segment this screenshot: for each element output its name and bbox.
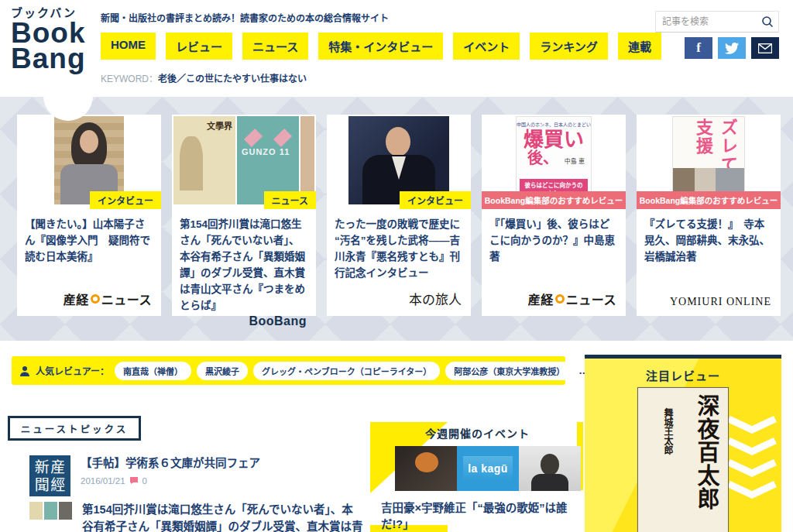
mail-icon: [758, 43, 772, 53]
site-logo[interactable]: ブックバン Book Bang: [11, 8, 86, 71]
source-logo-yomiuri: YOMIURI ONLINE: [637, 285, 781, 316]
keyword-label: KEYWORD：: [101, 74, 158, 84]
book-thumbnails: [29, 502, 72, 532]
featured-book-cover[interactable]: 深夜百太郎 舞城王太郎 MASAFUMI SANAI: [637, 387, 729, 532]
social-row: f: [685, 37, 779, 59]
category-badge: インタビュー: [400, 191, 471, 209]
book-author: 舞城王太郎: [661, 408, 675, 455]
nav-feature-interview[interactable]: 特集・インタビュー: [318, 33, 443, 60]
source-logo-tabibito: 本の旅人: [327, 285, 471, 316]
category-badge: BookBang編集部のおすすめレビュー: [637, 191, 781, 209]
keyword-links[interactable]: 老後／この世にたやすい仕事はない: [158, 74, 307, 84]
article-image: インタビュー: [327, 115, 471, 206]
popular-reviewers-bar: 人気レビュアー： 南直哉（禅僧） 黒沢綾子 グレッグ・ペンブローク（コピーライタ…: [12, 356, 565, 385]
nav-event[interactable]: イベント: [453, 33, 520, 60]
reviewer-pill[interactable]: 黒沢綾子: [197, 362, 248, 380]
twitter-button[interactable]: [718, 37, 746, 59]
nav-review[interactable]: レビュー: [166, 33, 232, 60]
article-title[interactable]: 『ズレてる支援！』 寺本晃久、岡部耕典、末永弘、岩橋誠治著: [637, 206, 781, 285]
news-meta: 2016/01/21 0: [81, 476, 260, 486]
mail-button[interactable]: [751, 37, 779, 59]
person-icon: [19, 366, 30, 376]
category-badge: BookBang編集部のおすすめレビュー: [482, 191, 626, 209]
nav-serial[interactable]: 連載: [618, 33, 661, 60]
hero-section: インタビュー 【聞きたい。】山本陽子さん『図像学入門 疑問符で読む日本美術』 産…: [0, 97, 793, 341]
hero-card-3[interactable]: インタビュー たった一度の敗戦で歴史に“汚名”を残した武将――吉川永青『悪名残す…: [327, 115, 471, 316]
reviewer-pill[interactable]: 南直哉（禅僧）: [115, 362, 191, 380]
chevron-pattern-decoration: [727, 414, 777, 499]
sankei-shimbun-thumbnail: 新 産 聞 經: [29, 455, 70, 496]
main-nav: HOME レビュー ニュース 特集・インタビュー イベント ランキング 連載: [101, 33, 661, 60]
sankei-sun-icon: [555, 294, 565, 304]
source-logo-bookbang: BooBang: [172, 314, 316, 336]
nav-ranking[interactable]: ランキング: [530, 33, 608, 60]
article-image: ズレてる支援 BookBang編集部のおすすめレビュー: [637, 115, 781, 206]
facebook-icon: f: [696, 40, 701, 56]
hero-card-1[interactable]: インタビュー 【聞きたい。】山本陽子さん『図像学入門 疑問符で読む日本美術』 産…: [17, 115, 161, 316]
keyword-row: KEYWORD：老後／この世にたやすい仕事はない: [101, 71, 307, 84]
category-badge: ニュース: [264, 191, 316, 209]
article-title[interactable]: 『「爆買い」後、彼らはどこに向かうのか？』中島恵著: [482, 206, 626, 285]
article-image: インタビュー: [17, 115, 161, 206]
nav-news[interactable]: ニュース: [242, 33, 308, 60]
article-title[interactable]: 第154回芥川賞は滝口悠生さん「死んでいない者」、本谷有希子さん「異類婚姻譚」の…: [172, 206, 316, 314]
news-topics-heading: ニューストピックス: [8, 416, 141, 441]
search-box: [655, 11, 779, 33]
twitter-icon: [725, 43, 739, 54]
comment-icon: [129, 476, 139, 485]
news-item[interactable]: 第154回芥川賞は滝口悠生さん「死んでいない者」、本谷有希子さん「異類婚姻譚」の…: [29, 502, 364, 532]
news-title[interactable]: 【手帖】学術系６文庫が共同フェア: [81, 455, 260, 472]
source-logo-sankei: 産経ニュース: [17, 285, 161, 316]
comment-count: 0: [142, 476, 147, 486]
search-icon[interactable]: [761, 15, 774, 28]
event-photo-2: [519, 446, 581, 491]
facebook-button[interactable]: f: [685, 37, 712, 59]
reviewer-pill[interactable]: グレッグ・ペンブローク（コピーライター）: [253, 362, 440, 380]
hero-card-2[interactable]: 文學界 GUNZO 11 ニュース 第154回芥川賞は滝口悠生さん「死んでいない…: [172, 115, 316, 316]
article-image: 文學界 GUNZO 11 ニュース: [172, 115, 316, 206]
news-date: 2016/01/21: [81, 476, 125, 486]
reviewer-pill[interactable]: 阿部公彦（東京大学准教授）: [445, 362, 573, 380]
lakagu-logo: la kagū: [457, 446, 519, 491]
events-section: 今週開催のイベント la kagū 吉田豪×宇野維正「“最強の歌姫”は誰だ!?」…: [370, 416, 585, 532]
category-badge: インタビュー: [90, 191, 161, 209]
book-title: 深夜百太郎: [695, 394, 717, 510]
source-logo-sankei: 産経ニュース: [482, 285, 626, 316]
event-images[interactable]: la kagū: [395, 446, 585, 491]
search-input[interactable]: [662, 16, 761, 27]
event-photo-1: [395, 446, 457, 491]
logo-word-book: Book: [11, 20, 86, 46]
hero-card-4[interactable]: 中国人のホンネ、日本人のとまどい 爆買い 後、 中島 恵 彼らはどこに向かうのか…: [482, 115, 626, 316]
sankei-sun-icon: [91, 294, 100, 304]
events-heading: 今週開催のイベント: [370, 425, 585, 441]
news-item[interactable]: 新 産 聞 經 【手帖】学術系６文庫が共同フェア 2016/01/21 0: [29, 455, 362, 496]
hero-cards: インタビュー 【聞きたい。】山本陽子さん『図像学入門 疑問符で読む日本美術』 産…: [17, 115, 781, 316]
article-title[interactable]: たった一度の敗戦で歴史に“汚名”を残した武将――吉川永青『悪名残すとも』刊行記念…: [327, 206, 471, 285]
logo-word-bang: Bang: [11, 46, 86, 71]
featured-review-heading: 注目レビュー: [585, 367, 781, 383]
nav-home[interactable]: HOME: [101, 33, 156, 60]
site-tagline: 新聞・出版社の書評まとめ読み！読書家のための本の総合情報サイト: [101, 11, 389, 24]
article-image: 中国人のホンネ、日本人のとまどい 爆買い 後、 中島 恵 彼らはどこに向かうのか…: [482, 115, 626, 206]
article-title[interactable]: 【聞きたい。】山本陽子さん『図像学入門 疑問符で読む日本美術』: [17, 206, 161, 285]
featured-review-sidebar: 注目レビュー 深夜百太郎 舞城王太郎 MASAFUMI SANAI: [585, 355, 781, 532]
event-title-link[interactable]: 吉田豪×宇野維正「“最強の歌姫”は誰だ!?」: [381, 499, 585, 531]
news-title[interactable]: 第154回芥川賞は滝口悠生さん「死んでいない者」、本谷有希子さん「異類婚姻譚」の…: [82, 502, 364, 532]
hero-card-5[interactable]: ズレてる支援 BookBang編集部のおすすめレビュー 『ズレてる支援！』 寺本…: [637, 115, 781, 316]
site-header: 新聞・出版社の書評まとめ読み！読書家のための本の総合情報サイト HOME レビュ…: [0, 0, 793, 97]
reviewers-label: 人気レビュアー：: [36, 364, 109, 377]
